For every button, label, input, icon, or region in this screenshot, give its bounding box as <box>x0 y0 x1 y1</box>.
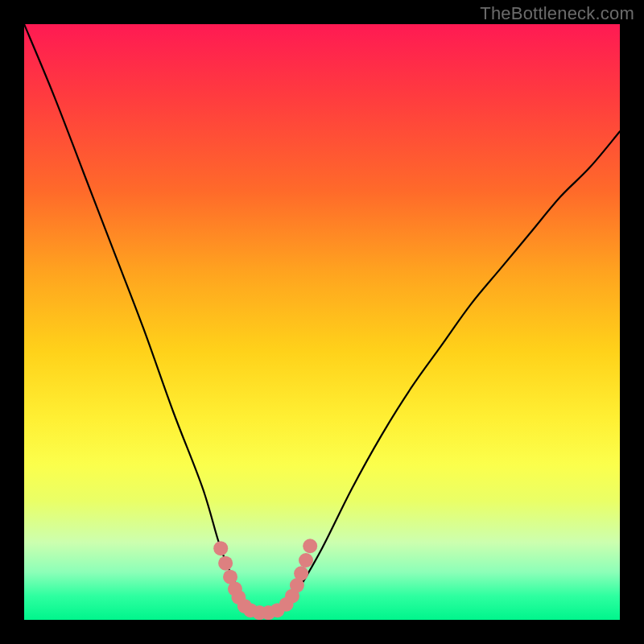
highlight-dot <box>294 566 308 580</box>
highlight-dot <box>213 541 228 555</box>
plot-area <box>24 24 620 620</box>
chart-svg <box>24 24 620 620</box>
chart-frame: TheBottleneck.com <box>0 0 644 644</box>
highlight-dot <box>299 553 313 568</box>
watermark-text: TheBottleneck.com <box>480 3 634 24</box>
highlight-dot <box>218 556 233 571</box>
highlight-dot <box>303 539 317 553</box>
highlight-markers <box>213 539 317 620</box>
bottleneck-curve <box>24 24 620 615</box>
